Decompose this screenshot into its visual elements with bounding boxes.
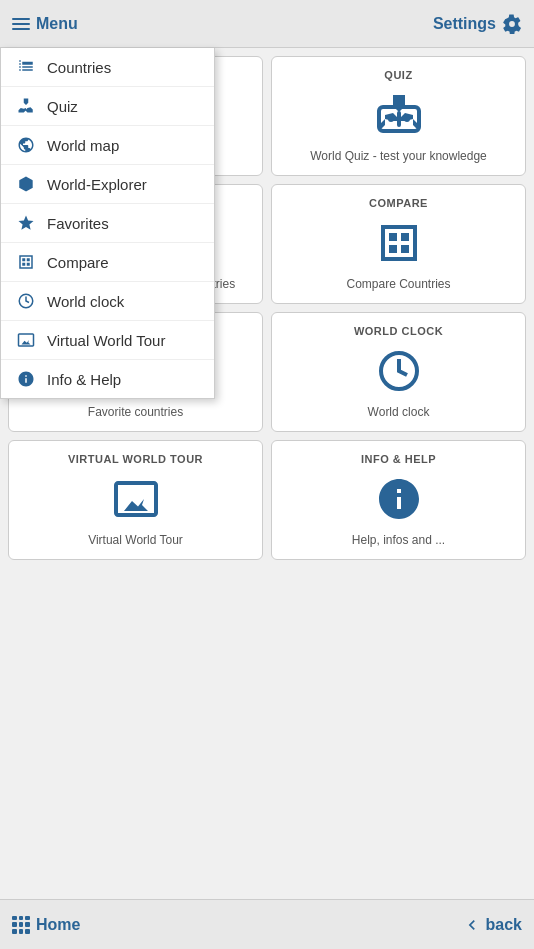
card-virtual-world-tour[interactable]: VIRTUAL WORLD TOUR Virtual World Tour: [8, 440, 263, 560]
cube-icon: [15, 175, 37, 193]
dropdown-label-info-help: Info & Help: [47, 371, 121, 388]
dropdown-label-compare: Compare: [47, 254, 109, 271]
gamepad-icon: [15, 97, 37, 115]
home-grid-icon: [12, 916, 30, 934]
card-virtual-world-tour-label: Virtual World Tour: [88, 533, 183, 547]
star-icon: [15, 214, 37, 232]
card-info-help-label: Help, infos and ...: [352, 533, 445, 547]
card-info-help-title: INFO & HELP: [361, 453, 436, 465]
dropdown-item-world-map[interactable]: World map: [1, 126, 214, 165]
card-compare[interactable]: COMPARE Compare Countries: [271, 184, 526, 304]
dropdown-label-world-explorer: World-Explorer: [47, 176, 147, 193]
dropdown-item-countries[interactable]: Countries: [1, 48, 214, 87]
dropdown-label-world-map: World map: [47, 137, 119, 154]
menu-label: Menu: [36, 15, 78, 33]
card-quiz[interactable]: QUIZ World Quiz - test your knowledge: [271, 56, 526, 176]
card-world-clock-title: WORLD CLOCK: [354, 325, 443, 337]
card-quiz-label: World Quiz - test your knowledge: [310, 149, 487, 163]
header: Menu Settings: [0, 0, 534, 48]
settings-button[interactable]: Settings: [433, 14, 522, 34]
card-quiz-title: QUIZ: [384, 69, 412, 81]
dropdown-item-world-clock[interactable]: World clock: [1, 282, 214, 321]
dropdown-item-virtual-world-tour[interactable]: Virtual World Tour: [1, 321, 214, 360]
dropdown-label-countries: Countries: [47, 59, 111, 76]
clock-icon-menu: [15, 292, 37, 310]
card-favorites-label: Favorite countries: [88, 405, 183, 419]
chevron-left-icon: [462, 915, 482, 935]
back-label: back: [486, 916, 522, 934]
dropdown-item-quiz[interactable]: Quiz: [1, 87, 214, 126]
hamburger-icon: [12, 18, 30, 30]
table-icon-card: [375, 219, 423, 267]
dropdown-item-info-help[interactable]: Info & Help: [1, 360, 214, 398]
info-icon-menu: [15, 370, 37, 388]
dropdown-label-world-clock: World clock: [47, 293, 124, 310]
card-info-help[interactable]: INFO & HELP Help, infos and ...: [271, 440, 526, 560]
image-icon-menu: [15, 331, 37, 349]
clock-icon-card: [375, 347, 423, 395]
settings-label: Settings: [433, 15, 496, 33]
globe-icon: [15, 136, 37, 154]
card-compare-title: COMPARE: [369, 197, 428, 209]
info-icon-card: [375, 475, 423, 523]
gear-icon: [502, 14, 522, 34]
home-label: Home: [36, 916, 80, 934]
dropdown-label-virtual-world-tour: Virtual World Tour: [47, 332, 165, 349]
dropdown-item-compare[interactable]: Compare: [1, 243, 214, 282]
dropdown-label-quiz: Quiz: [47, 98, 78, 115]
card-virtual-world-tour-title: VIRTUAL WORLD TOUR: [68, 453, 203, 465]
card-world-clock-label: World clock: [368, 405, 430, 419]
dropdown-menu: Countries Quiz World map World-Explorer: [0, 48, 215, 399]
list-icon: [15, 58, 37, 76]
menu-button[interactable]: Menu: [12, 15, 78, 33]
back-button[interactable]: back: [462, 915, 522, 935]
dropdown-item-favorites[interactable]: Favorites: [1, 204, 214, 243]
dropdown-item-world-explorer[interactable]: World-Explorer: [1, 165, 214, 204]
gamepad-icon-card: [375, 91, 423, 139]
footer: Home back: [0, 899, 534, 949]
card-world-clock[interactable]: WORLD CLOCK World clock: [271, 312, 526, 432]
table-icon: [15, 253, 37, 271]
card-compare-label: Compare Countries: [346, 277, 450, 291]
dropdown-label-favorites: Favorites: [47, 215, 109, 232]
image-icon-card: [112, 475, 160, 523]
home-button[interactable]: Home: [12, 916, 80, 934]
